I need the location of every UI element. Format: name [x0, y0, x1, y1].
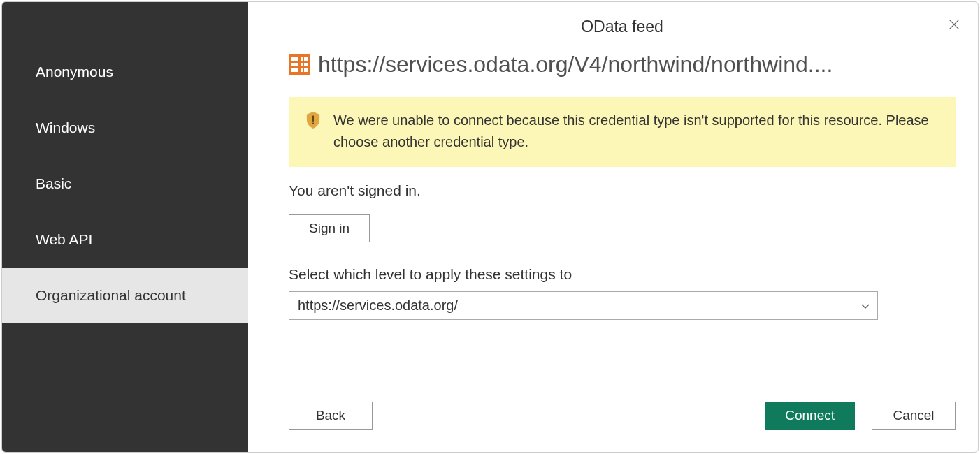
settings-level-label: Select which level to apply these settin… [289, 266, 956, 283]
svg-rect-7 [304, 57, 308, 61]
sidebar-item-label: Basic [36, 175, 71, 192]
svg-rect-6 [301, 57, 303, 61]
svg-rect-4 [291, 63, 298, 66]
dialog-header: OData feed [289, 2, 956, 52]
dialog-footer: Back Connect Cancel [289, 382, 956, 430]
sidebar-item-organizational-account[interactable]: Organizational account [2, 268, 248, 323]
sidebar-item-anonymous[interactable]: Anonymous [2, 44, 248, 100]
footer-right-group: Connect Cancel [765, 402, 956, 430]
settings-level-select[interactable]: https://services.odata.org/ [289, 291, 878, 320]
sidebar-item-windows[interactable]: Windows [2, 100, 248, 156]
sidebar-item-basic[interactable]: Basic [2, 156, 248, 212]
dialog-title: OData feed [581, 17, 663, 36]
sidebar-item-label: Organizational account [36, 287, 186, 304]
svg-rect-13 [312, 123, 314, 124]
url-row: https://services.odata.org/V4/northwind/… [289, 52, 956, 78]
warning-banner: We were unable to connect because this c… [289, 97, 956, 167]
signin-status-text: You aren't signed in. [289, 182, 956, 199]
svg-rect-11 [304, 68, 308, 72]
sidebar-item-label: Windows [36, 119, 95, 136]
sidebar-item-web-api[interactable]: Web API [2, 212, 248, 268]
svg-rect-10 [301, 68, 303, 72]
svg-rect-5 [291, 68, 298, 72]
warning-message: We were unable to connect because this c… [333, 110, 939, 153]
odata-credentials-dialog: Anonymous Windows Basic Web API Organiza… [1, 1, 979, 453]
sidebar-item-label: Anonymous [36, 64, 113, 80]
svg-rect-3 [291, 57, 298, 61]
connect-button[interactable]: Connect [765, 402, 855, 430]
sidebar-item-label: Web API [36, 231, 92, 248]
svg-rect-12 [312, 116, 314, 122]
svg-rect-9 [304, 63, 308, 66]
settings-level-select-wrap: https://services.odata.org/ [289, 291, 878, 320]
close-icon [947, 17, 961, 31]
shield-warning-icon [305, 111, 321, 129]
close-button[interactable] [944, 15, 964, 34]
cancel-button[interactable]: Cancel [872, 402, 956, 430]
feed-url: https://services.odata.org/V4/northwind/… [318, 52, 833, 78]
odata-icon [289, 54, 310, 75]
credential-type-sidebar: Anonymous Windows Basic Web API Organiza… [2, 2, 248, 452]
main-panel: OData feed https://services.odata.org/V4… [248, 2, 978, 452]
svg-rect-8 [301, 63, 303, 66]
signin-button[interactable]: Sign in [289, 214, 370, 242]
back-button[interactable]: Back [289, 402, 373, 430]
